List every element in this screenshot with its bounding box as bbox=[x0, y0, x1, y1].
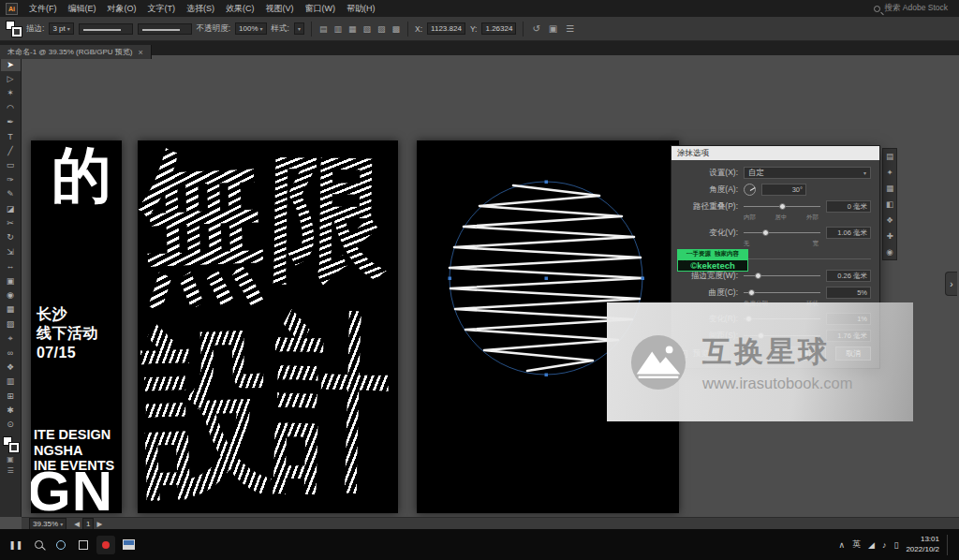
menu-help[interactable]: 帮助(H) bbox=[341, 0, 381, 17]
tool-rectangle[interactable]: ▭ bbox=[1, 158, 21, 172]
stroke-width-slider[interactable] bbox=[744, 273, 820, 280]
task-view-button[interactable] bbox=[72, 533, 95, 557]
settings-dropdown[interactable]: 自定 ▾ bbox=[744, 167, 871, 179]
tool-mesh[interactable]: ▦ bbox=[1, 302, 21, 317]
tool-lasso[interactable]: ◠ bbox=[1, 100, 21, 114]
menu-select[interactable]: 选择(S) bbox=[181, 0, 220, 17]
variation-input[interactable]: 1.06 毫米 bbox=[826, 227, 871, 239]
network-icon[interactable]: ◢ bbox=[868, 540, 875, 550]
tool-direct-selection[interactable]: ▷ bbox=[1, 71, 21, 85]
menu-effect[interactable]: 效果(C) bbox=[220, 0, 260, 17]
stock-search[interactable]: 搜索 Adobe Stock bbox=[874, 3, 953, 14]
curviness-input[interactable]: 5% bbox=[826, 287, 871, 299]
align-middle-icon[interactable]: ▨ bbox=[376, 24, 387, 34]
tool-hand[interactable]: ✱ bbox=[1, 403, 21, 417]
arrange-icon[interactable]: ▣ bbox=[547, 23, 559, 34]
tool-paintbrush[interactable]: ✑ bbox=[1, 172, 21, 186]
tray-chevron-icon[interactable]: ∧ bbox=[838, 540, 845, 550]
tool-symbol-sprayer[interactable]: ❖ bbox=[1, 360, 21, 374]
symbols-panel-icon[interactable]: ❖ bbox=[886, 215, 893, 225]
screen-mode-icon[interactable]: ☰ bbox=[7, 466, 13, 475]
prev-artboard-icon[interactable]: ◀ bbox=[74, 520, 80, 528]
layers-panel-icon[interactable]: ▤ bbox=[886, 152, 893, 161]
close-icon[interactable]: × bbox=[138, 48, 142, 57]
volume-icon[interactable]: ♪ bbox=[882, 540, 887, 550]
toolbar-fill-stroke-widget[interactable] bbox=[3, 436, 19, 452]
swatches-panel-icon[interactable]: ▦ bbox=[886, 184, 893, 193]
tool-magic-wand[interactable]: ✶ bbox=[1, 86, 21, 100]
next-artboard-icon[interactable]: ▶ bbox=[96, 520, 102, 528]
taskbar-search-button[interactable] bbox=[27, 533, 50, 557]
tool-artboard[interactable]: ⊞ bbox=[1, 389, 21, 403]
tool-pencil[interactable]: ✎ bbox=[1, 187, 21, 201]
angle-input[interactable]: 30° bbox=[761, 184, 806, 196]
x-input[interactable]: 1123.824 bbox=[427, 22, 465, 35]
cortana-button[interactable] bbox=[50, 533, 72, 557]
tool-scale[interactable]: ⇲ bbox=[1, 244, 21, 258]
path-overlap-slider[interactable] bbox=[744, 203, 820, 211]
align-center-icon[interactable]: ▥ bbox=[333, 24, 344, 34]
y-input[interactable]: 1.26324 bbox=[481, 22, 516, 35]
tool-selection[interactable]: ➤ bbox=[1, 57, 21, 71]
menu-object[interactable]: 对象(O) bbox=[102, 0, 142, 17]
tool-rotate[interactable]: ↻ bbox=[1, 230, 21, 244]
menu-file[interactable]: 文件(F) bbox=[23, 0, 63, 17]
tool-width[interactable]: ↔ bbox=[1, 258, 21, 273]
panel-menu-icon[interactable]: ☰ bbox=[564, 23, 576, 34]
menu-view[interactable]: 视图(V) bbox=[260, 0, 300, 17]
stroke-color-swatch[interactable] bbox=[9, 443, 19, 452]
scribble-char-wu[interactable]: 無 bbox=[138, 141, 268, 308]
transform-again-icon[interactable]: ↺ bbox=[530, 23, 541, 34]
angle-dial[interactable] bbox=[744, 184, 756, 196]
tool-shape-builder[interactable]: ◉ bbox=[1, 287, 21, 302]
menu-type[interactable]: 文字(T) bbox=[142, 0, 182, 17]
curviness-slider[interactable] bbox=[744, 289, 820, 297]
screen-recorder-app[interactable] bbox=[95, 533, 117, 557]
opacity-input[interactable]: 100% ▾ bbox=[235, 22, 266, 35]
scribble-char-xian[interactable]: 限 bbox=[268, 150, 389, 287]
artboard-center-poster[interactable]: 無 限 設 計 bbox=[138, 140, 398, 513]
app-window-button[interactable] bbox=[117, 533, 140, 557]
properties-panel-icon[interactable]: ✦ bbox=[886, 168, 893, 177]
scribble-char-she[interactable]: 設 bbox=[140, 319, 273, 502]
pause-icon[interactable]: ❚❚ bbox=[5, 533, 27, 557]
artboard-left-poster[interactable]: 的 长沙 线下活动 07/15 ITE DESIGN NGSHA INE EVE… bbox=[31, 140, 122, 513]
tool-scissors[interactable]: ✂ bbox=[1, 215, 21, 229]
dock-expand-button[interactable]: › bbox=[945, 272, 957, 296]
menu-window[interactable]: 窗口(W) bbox=[300, 0, 342, 17]
style-dropdown[interactable]: ▾ bbox=[294, 22, 304, 35]
tool-zoom[interactable]: ⊙ bbox=[1, 418, 21, 432]
taskbar-clock[interactable]: 13:01 2022/10/2 bbox=[906, 535, 939, 554]
tool-pen[interactable]: ✒ bbox=[1, 115, 21, 129]
menu-edit[interactable]: 编辑(E) bbox=[63, 0, 102, 17]
draw-mode-icon[interactable]: ▣ bbox=[7, 455, 14, 464]
libraries-panel-icon[interactable]: ✚ bbox=[886, 231, 893, 241]
appearance-panel-icon[interactable]: ◉ bbox=[886, 247, 893, 257]
width-profile-dropdown[interactable] bbox=[79, 23, 133, 35]
align-right-icon[interactable]: ▦ bbox=[347, 24, 358, 34]
show-desktop-button[interactable] bbox=[947, 535, 951, 555]
tool-free-transform[interactable]: ▣ bbox=[1, 273, 21, 287]
brush-definition-dropdown[interactable] bbox=[138, 23, 192, 35]
path-overlap-input[interactable]: 0 毫米 bbox=[826, 200, 871, 213]
tool-eyedropper[interactable]: ⌖ bbox=[1, 331, 21, 345]
tool-type[interactable]: T bbox=[1, 129, 21, 143]
scribble-char-ji[interactable]: 計 bbox=[272, 309, 392, 498]
stroke-weight-input[interactable]: 3 pt ▾ bbox=[49, 22, 73, 35]
brushes-panel-icon[interactable]: ◧ bbox=[886, 199, 893, 209]
input-method-indicator[interactable]: 英 bbox=[852, 538, 861, 551]
fill-stroke-widget[interactable] bbox=[6, 21, 22, 37]
variation-slider[interactable] bbox=[744, 229, 820, 237]
tool-blend[interactable]: ∞ bbox=[1, 346, 21, 360]
artboard-number-select[interactable]: 1 bbox=[82, 518, 94, 530]
zoom-level-select[interactable]: 39.35% ▾ bbox=[29, 518, 66, 530]
stroke-width-input[interactable]: 0.26 毫米 bbox=[826, 270, 871, 282]
align-top-icon[interactable]: ▧ bbox=[362, 24, 373, 34]
tool-graph[interactable]: ▥ bbox=[1, 375, 21, 389]
battery-icon[interactable]: ▯ bbox=[893, 540, 898, 550]
tool-line-segment[interactable]: ╱ bbox=[1, 143, 21, 157]
tool-eraser[interactable]: ◪ bbox=[1, 201, 21, 215]
document-tab[interactable]: 未命名-1 @ 39.35% (RGB/GPU 预览) × bbox=[0, 45, 152, 59]
align-bottom-icon[interactable]: ▩ bbox=[391, 24, 402, 34]
stroke-color-swatch[interactable] bbox=[12, 27, 22, 37]
